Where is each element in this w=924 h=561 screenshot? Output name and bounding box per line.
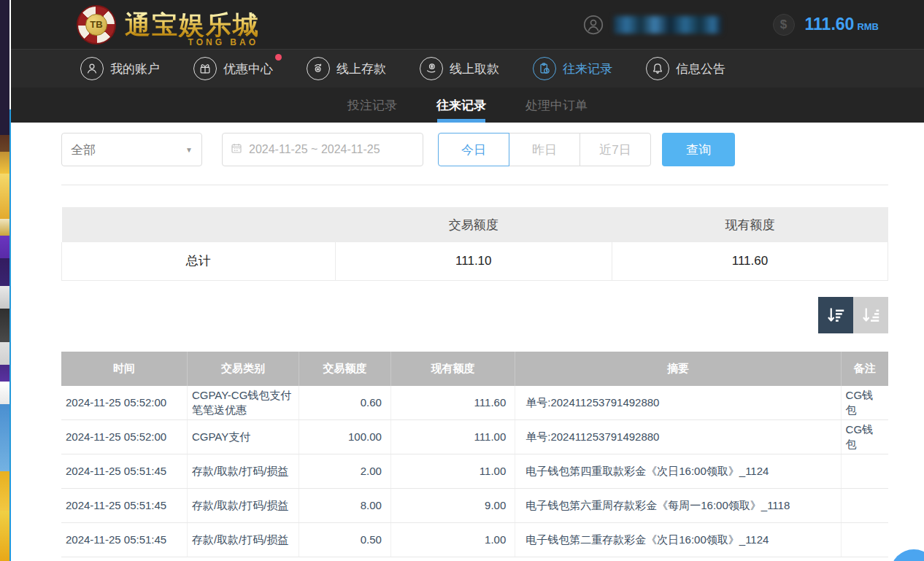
cell-summary: 单号:202411253791492880	[515, 420, 841, 454]
poker-chip-logo-icon: TB	[77, 5, 116, 45]
last7days-button[interactable]: 近7日	[580, 133, 651, 166]
summary-total-row: 总计 111.10 111.60	[62, 242, 888, 280]
table-row: 2024-11-25 05:51:45 存款/取款/打码/损益 8.00 9.0…	[61, 489, 888, 523]
nav-item-online-deposit[interactable]: 线上存款	[307, 57, 386, 80]
username-redacted	[614, 16, 722, 34]
tab-label: 往来记录	[436, 97, 486, 114]
sort-descending-button[interactable]	[818, 297, 853, 333]
nav-item-announcements[interactable]: 信息公告	[646, 57, 725, 80]
account-balance: 111.60	[805, 15, 855, 34]
col-header-type: 交易类别	[187, 352, 299, 386]
gift-icon	[193, 57, 217, 80]
col-header-current-balance: 现有额度	[390, 352, 515, 386]
sort-controls	[61, 297, 888, 333]
nav-label: 线上取款	[450, 61, 499, 77]
sort-ascending-icon	[860, 304, 882, 326]
cell-transaction-amount: 0.60	[299, 386, 391, 420]
cell-current-balance: 1.00	[390, 523, 515, 557]
cell-summary: 电子钱包第四重取款彩金《次日16:00领取》_1124	[515, 454, 841, 489]
new-badge-dot	[275, 54, 282, 61]
active-tab-underline	[437, 119, 485, 123]
summary-total-transaction-amount: 111.10	[335, 242, 612, 280]
nav-item-my-account[interactable]: 我的账户	[80, 57, 160, 80]
cell-transaction-amount: 0.50	[299, 523, 391, 557]
main-page: TB 通宝娱乐城 TONG BAO $ 111.60RMB	[11, 0, 924, 561]
table-row: 2024-11-25 05:52:00 CGPAY支付 100.00 111.0…	[61, 420, 888, 454]
cell-remarks: CG钱包	[841, 386, 888, 420]
nav-label: 往来记录	[563, 61, 612, 77]
cell-type: 存款/取款/打码/损益	[187, 523, 299, 557]
cell-type: 存款/取款/打码/损益	[187, 489, 299, 523]
cell-time: 2024-11-25 05:52:00	[61, 420, 187, 454]
summary-header-empty	[62, 207, 336, 242]
records-icon	[533, 57, 556, 80]
date-range-value: 2024-11-25 ~ 2024-11-25	[249, 143, 380, 156]
user-icon	[80, 57, 104, 80]
tab-betting-records[interactable]: 投注记录	[347, 88, 397, 123]
summary-table: 交易额度 现有额度 总计 111.10 111.60	[61, 207, 888, 281]
query-button[interactable]: 查询	[662, 133, 735, 166]
site-subtitle: TONG BAO	[188, 38, 258, 47]
cell-time: 2024-11-25 05:51:45	[61, 489, 187, 523]
nav-label: 优惠中心	[223, 61, 273, 77]
record-tabs: 投注记录 往来记录 处理中订单	[11, 88, 924, 123]
summary-header-current-balance: 现有额度	[612, 207, 888, 242]
cell-transaction-amount: 2.00	[299, 454, 391, 489]
cell-time: 2024-11-25 05:51:45	[61, 523, 187, 557]
chevron-down-icon: ▼	[185, 146, 193, 154]
filter-bar: 全部 ▼ 2024-11-25 ~ 2024-11-25 今日 昨日 近7日 查…	[61, 132, 888, 167]
section-divider	[61, 185, 888, 185]
cell-time: 2024-11-25 05:51:45	[61, 454, 187, 489]
cell-transaction-amount: 100.00	[299, 420, 391, 454]
table-row: 2024-11-25 05:51:45 存款/取款/打码/损益 0.50 1.0…	[61, 523, 888, 557]
cell-type: CGPAY-CG钱包支付笔笔送优惠	[187, 386, 299, 420]
summary-header-transaction-amount: 交易额度	[335, 207, 612, 242]
deposit-icon	[307, 57, 330, 80]
site-logo[interactable]: TB 通宝娱乐城 TONG BAO	[77, 5, 260, 45]
nav-item-online-withdraw[interactable]: 线上取款	[420, 57, 499, 80]
tab-label: 处理中订单	[525, 97, 588, 114]
main-nav: 我的账户 优惠中心 线上存款 线上取款 往来记录	[11, 49, 924, 88]
summary-total-current-balance: 111.60	[612, 242, 888, 280]
background-page-strip	[0, 0, 9, 561]
table-row: 2024-11-25 05:51:45 存款/取款/打码/损益 2.00 11.…	[61, 454, 888, 489]
cell-current-balance: 9.00	[390, 489, 515, 523]
strip-divider-line	[9, 109, 11, 561]
yesterday-button[interactable]: 昨日	[509, 133, 580, 166]
tab-transaction-records[interactable]: 往来记录	[436, 88, 486, 123]
today-button[interactable]: 今日	[438, 133, 509, 166]
table-row: 2024-11-25 05:52:00 CGPAY-CG钱包支付笔笔送优惠 0.…	[61, 386, 888, 420]
cell-current-balance: 11.00	[390, 454, 515, 489]
cell-remarks	[841, 489, 888, 523]
cell-remarks	[841, 454, 888, 489]
cell-transaction-amount: 8.00	[299, 489, 391, 523]
col-header-time: 时间	[61, 352, 187, 386]
table-header-row: 时间 交易类别 交易额度 现有额度 摘要 备注	[61, 352, 888, 386]
nav-item-transaction-records[interactable]: 往来记录	[533, 57, 612, 80]
money-coin-icon: $	[773, 14, 795, 36]
cell-current-balance: 111.60	[390, 386, 515, 420]
nav-item-promotions[interactable]: 优惠中心	[193, 57, 273, 80]
tab-label: 投注记录	[347, 97, 397, 114]
site-title: 通宝娱乐城	[125, 12, 260, 37]
sort-ascending-button[interactable]	[853, 297, 888, 333]
quick-date-group: 今日 昨日 近7日	[438, 133, 651, 166]
cell-type: 存款/取款/打码/损益	[187, 454, 299, 489]
summary-total-label: 总计	[62, 242, 336, 280]
content-area: 全部 ▼ 2024-11-25 ~ 2024-11-25 今日 昨日 近7日 查…	[11, 123, 924, 557]
calendar-icon	[230, 142, 243, 158]
date-range-input[interactable]: 2024-11-25 ~ 2024-11-25	[222, 133, 423, 166]
col-header-summary: 摘要	[515, 352, 841, 386]
cell-type: CGPAY支付	[187, 420, 299, 454]
type-select[interactable]: 全部 ▼	[61, 133, 202, 166]
user-avatar-icon[interactable]	[583, 15, 604, 35]
nav-label: 线上存款	[336, 61, 386, 77]
cell-remarks: CG钱包	[841, 420, 888, 454]
bell-icon	[646, 57, 669, 80]
cell-summary: 电子钱包第六重周存款彩金《每周一16:00领取》_1118	[515, 489, 841, 523]
col-header-transaction-amount: 交易额度	[299, 352, 391, 386]
cell-summary: 单号:202411253791492880	[515, 386, 841, 420]
nav-label: 信息公告	[676, 61, 725, 77]
tab-processing-orders[interactable]: 处理中订单	[525, 88, 588, 123]
sort-descending-icon	[825, 304, 847, 326]
